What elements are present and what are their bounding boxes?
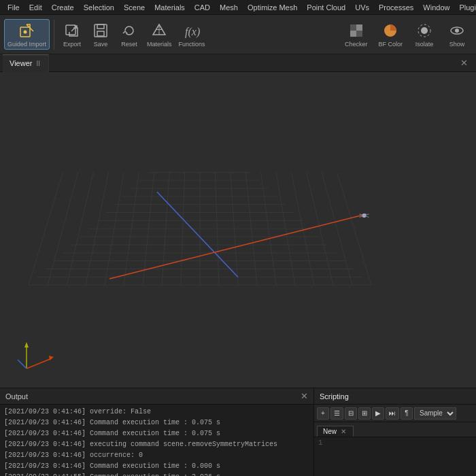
grid-canvas [0, 72, 476, 388]
log-line-3: [2021/09/23 0:41:46] Command execution t… [4, 428, 309, 439]
output-header: Output ✕ [0, 388, 313, 405]
export-label: Export [63, 41, 81, 48]
script-skip-button[interactable]: ⏭ [386, 407, 399, 420]
axes-indicator [16, 338, 57, 375]
svg-marker-24 [49, 356, 54, 360]
log-line-4: [2021/09/23 0:41:46] executing command s… [4, 439, 309, 450]
save-icon [91, 21, 110, 40]
log-line-6: [2021/09/23 0:41:46] Command execution t… [4, 461, 309, 472]
materials-icon [150, 21, 169, 40]
new-tab-close[interactable]: ✕ [339, 428, 347, 435]
log-line-1: [2021/09/23 0:41:46] override: False [4, 407, 309, 418]
scripting-title: Scripting [320, 392, 349, 401]
scripting-panel: Scripting + ☰ ⊟ ⊞ ▶ ⏭ ¶ Sample New ✕ 1 [314, 388, 476, 476]
script-list-button[interactable]: ☰ [330, 407, 343, 420]
menu-materials[interactable]: Materials [150, 2, 190, 13]
show-button[interactable]: Show [442, 20, 472, 49]
isolate-button[interactable]: Isolate [409, 20, 439, 49]
menu-processes[interactable]: Processes [374, 2, 418, 13]
checker-icon [347, 21, 366, 40]
menu-file[interactable]: File [3, 2, 24, 13]
show-icon [447, 21, 466, 40]
toolbar-right: Checker BF Color Isolate [341, 20, 472, 49]
output-content: [2021/09/23 0:41:46] override: False [20… [0, 405, 313, 476]
reset-button[interactable]: Reset [116, 20, 143, 49]
checker-button[interactable]: Checker [341, 20, 372, 49]
svg-rect-3 [66, 25, 75, 35]
svg-text:f(x): f(x) [185, 26, 200, 38]
functions-label: Functions [179, 41, 205, 48]
bf-color-button[interactable]: BF Color [374, 20, 407, 49]
export-button[interactable]: Export [58, 20, 86, 49]
svg-rect-12 [350, 24, 356, 31]
script-format-button[interactable]: ¶ [401, 407, 413, 420]
svg-line-25 [18, 360, 27, 369]
svg-rect-13 [356, 24, 362, 31]
toolbar-divider-1 [54, 20, 54, 50]
guided-import-icon [18, 21, 37, 40]
menu-edit[interactable]: Edit [24, 2, 47, 13]
menu-cad[interactable]: CAD [190, 2, 215, 13]
svg-point-20 [455, 29, 459, 33]
script-collapse-button[interactable]: ⊟ [345, 407, 357, 420]
svg-point-2 [23, 31, 27, 34]
menubar: File Edit Create Selection Scene Materia… [0, 0, 476, 15]
menu-scene[interactable]: Scene [119, 2, 150, 13]
bf-color-icon [381, 21, 400, 40]
toolbar: Guided Import Export Save [0, 15, 476, 54]
viewport[interactable] [0, 72, 476, 388]
menu-window[interactable]: Window [418, 2, 454, 13]
materials-button[interactable]: Materials [144, 20, 175, 49]
guided-import-button[interactable]: Guided Import [4, 19, 50, 50]
reset-label: Reset [121, 41, 137, 48]
bottom-panels: Output ✕ [2021/09/23 0:41:46] override: … [0, 388, 476, 476]
log-line-2: [2021/09/23 0:41:46] Command execution t… [4, 418, 309, 428]
svg-rect-15 [356, 31, 362, 37]
menu-point-cloud[interactable]: Point Cloud [302, 2, 350, 13]
svg-line-4 [71, 26, 77, 31]
isolate-icon [415, 21, 434, 40]
window-close-button[interactable]: ✕ [455, 58, 473, 68]
log-line-5: [2021/09/23 0:41:46] occurrence: 0 [4, 450, 309, 461]
script-add-button[interactable]: + [317, 407, 329, 420]
svg-point-17 [421, 27, 428, 34]
script-expand-button[interactable]: ⊞ [358, 407, 371, 420]
output-close-button[interactable]: ✕ [301, 391, 308, 401]
functions-button[interactable]: f(x) Functions [176, 20, 208, 49]
functions-icon: f(x) [182, 21, 201, 40]
scripting-header: Scripting [314, 388, 476, 405]
save-button[interactable]: Save [87, 20, 114, 49]
reset-icon [120, 21, 139, 40]
svg-line-23 [27, 358, 52, 369]
script-run-button[interactable]: ▶ [372, 407, 384, 420]
viewer-tab-label: Viewer [10, 59, 32, 67]
materials-label: Materials [147, 41, 172, 48]
menu-selection[interactable]: Selection [79, 2, 119, 13]
output-title: Output [5, 392, 28, 401]
svg-rect-5 [95, 24, 107, 37]
svg-marker-22 [24, 342, 29, 347]
log-line-7: [2021/09/23 0:41:55] Command execution t… [4, 472, 309, 476]
sample-select[interactable]: Sample [414, 407, 456, 420]
menu-optimize-mesh[interactable]: Optimize Mesh [243, 2, 302, 13]
viewer-tab-id: II [35, 60, 41, 67]
show-label: Show [449, 41, 465, 48]
scripting-content[interactable]: 1 [314, 437, 476, 476]
scripting-toolbar: + ☰ ⊟ ⊞ ▶ ⏭ ¶ Sample [314, 405, 476, 422]
menu-mesh[interactable]: Mesh [215, 2, 243, 13]
svg-rect-7 [97, 31, 104, 36]
menu-plugins[interactable]: Plugins [454, 2, 476, 13]
guided-import-label: Guided Import [7, 41, 46, 48]
new-script-tab[interactable]: New ✕ [317, 426, 354, 437]
save-label: Save [94, 41, 108, 48]
line-number: 1 [318, 439, 323, 447]
menu-uvs[interactable]: UVs [350, 2, 374, 13]
new-tab-label: New [323, 428, 337, 435]
scripting-tabs: New ✕ [314, 422, 476, 437]
menu-create[interactable]: Create [47, 2, 79, 13]
checker-label: Checker [345, 41, 368, 48]
tabbar: Viewer II ✕ [0, 54, 476, 72]
svg-rect-6 [97, 24, 104, 29]
viewer-tab[interactable]: Viewer II [3, 54, 49, 72]
isolate-label: Isolate [415, 41, 434, 48]
